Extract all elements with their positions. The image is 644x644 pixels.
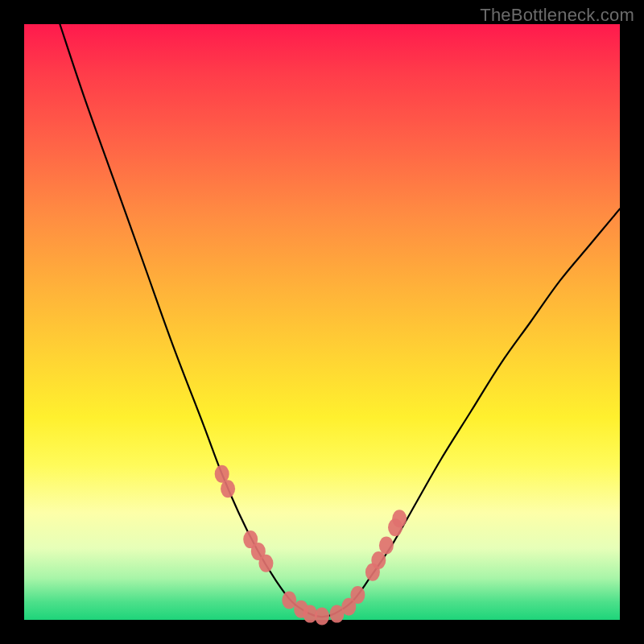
curve-marker	[350, 586, 365, 604]
curve-marker	[379, 537, 394, 555]
chart-frame: TheBottleneck.com	[0, 0, 644, 644]
curve-marker	[221, 480, 235, 497]
curve-marker	[371, 551, 386, 569]
watermark-text: TheBottleneck.com	[480, 5, 634, 26]
curve-markers	[215, 465, 407, 625]
bottleneck-curve	[60, 24, 620, 617]
curve-marker	[392, 510, 407, 527]
chart-svg	[24, 24, 620, 620]
curve-marker	[315, 608, 329, 625]
curve-marker	[258, 555, 273, 572]
